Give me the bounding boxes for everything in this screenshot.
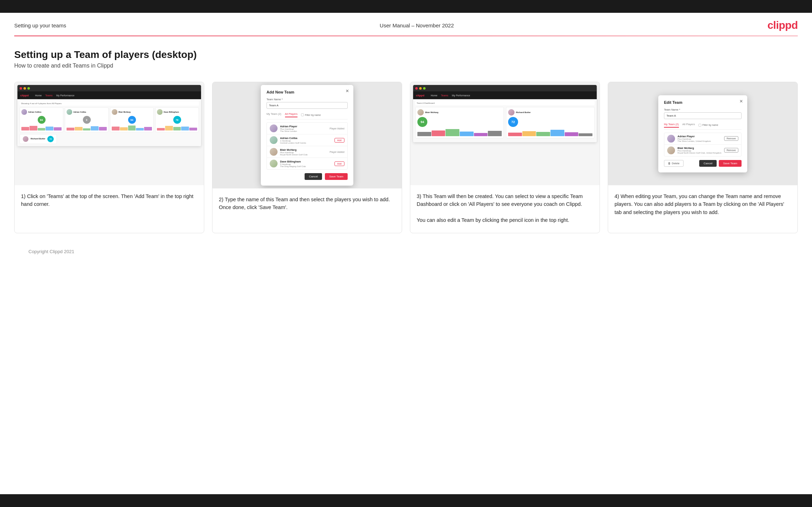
dialog-add-save-button[interactable]: Save Team: [325, 173, 348, 180]
mock-p4-hcp: 78: [173, 116, 181, 124]
dialog-add-tabs: My Team (2) All Players Filter by name: [267, 112, 348, 119]
mock-p3-hcp: 94: [128, 116, 136, 124]
mock-p4-name: Dave Billingham: [164, 111, 179, 113]
dialog-edit-footer: 🗑 Delete Cancel Save Team: [664, 160, 742, 167]
bottom-bar: [0, 494, 812, 507]
tab-all-players[interactable]: All Players: [285, 112, 297, 117]
dialog-edit-name-label: Team Name *: [664, 108, 742, 111]
dp2-name: Adrian Coliba: [280, 137, 332, 140]
dp2-add-button[interactable]: Add: [334, 138, 344, 143]
dp2-detail: 1 HandicapCentral London Golf Centre: [280, 140, 332, 144]
dialog-add-name-label: Team Name *: [267, 98, 348, 101]
dialog-add-close[interactable]: ✕: [346, 89, 349, 94]
mock-chart-2: [508, 128, 592, 136]
card-1: clippd Home Teams My Performance Showing…: [14, 82, 204, 233]
mock-dialog-edit: Edit Team ✕ Team Name * Team A My Team (…: [658, 95, 747, 172]
browser-bar-3: [413, 85, 597, 91]
dialog-edit-name-input[interactable]: Team A: [664, 112, 742, 119]
mock-nav-perf-3[interactable]: My Performance: [452, 94, 470, 97]
dp4-detail: 5 HandicapThe Ding Maging Golf Club: [280, 163, 332, 167]
ep2-detail: Plus HandicapRoyal North Devon Golf Club…: [677, 150, 722, 154]
cards-row: clippd Home Teams My Performance Showing…: [14, 82, 798, 233]
mock-browser-1: clippd Home Teams My Performance Showing…: [17, 85, 201, 146]
dialog-add-footer: Cancel Save Team: [267, 173, 348, 180]
card-1-text: 1) Click on 'Teams' at the top of the sc…: [15, 185, 204, 233]
copyright-text: Copyright Clippd 2021: [28, 249, 74, 254]
dialog-edit-close[interactable]: ✕: [739, 99, 743, 104]
mock-player-card-3: Blair McHarg 94: [110, 107, 154, 132]
trash-icon: 🗑: [668, 162, 671, 165]
dp3-status: Player Added: [329, 151, 344, 153]
mock-p1-hcp: 84: [38, 116, 46, 124]
dialog-edit-title: Edit Team: [664, 100, 742, 105]
dot-yellow-1: [23, 87, 26, 90]
card-4-screenshot: Edit Team ✕ Team Name * Team A My Team (…: [608, 82, 797, 185]
dp4-add-button[interactable]: Add: [334, 161, 344, 166]
card-2-screenshot: Add New Team ✕ Team Name * Team A My Tea…: [212, 82, 402, 188]
dialog-add-title: Add New Team: [267, 90, 348, 94]
mock-nav-teams-3[interactable]: Teams: [441, 94, 448, 97]
ep2-remove-button[interactable]: Remove: [724, 148, 738, 153]
dialog-add-name-input[interactable]: Team A: [267, 102, 348, 109]
card-3: clippd Home Teams My Performance Team A …: [410, 82, 600, 233]
mock-nav-home-1[interactable]: Home: [35, 94, 42, 97]
card-2-text: 2) Type the name of this Team and then s…: [212, 188, 402, 233]
dot-red-1: [20, 87, 22, 90]
dialog-player-row-2: Adrian Coliba 1 HandicapCentral London G…: [267, 134, 347, 146]
mock-score-1: 94: [417, 117, 427, 127]
tab-filter[interactable]: Filter by name: [301, 112, 321, 117]
dialog-edit-delete-button[interactable]: 🗑 Delete: [664, 160, 684, 167]
dialog-add-player-list: Adrian Player Plus HandicapThe Shire Lon…: [267, 122, 348, 170]
clippd-logo: clippd: [768, 19, 798, 31]
top-bar: [0, 0, 812, 13]
dialog-edit-save-button[interactable]: Save Team: [719, 160, 742, 167]
card-3-text-part1: 3) This Team will then be created. You c…: [417, 193, 583, 207]
mock-logo-3: clippd: [416, 94, 425, 97]
mock-team-header: Blair McHarg 94: [415, 107, 595, 138]
browser-bar-1: [17, 85, 201, 91]
mock-p2-name: Adrian Coliba: [73, 111, 86, 113]
header: Setting up your teams User Manual – Nove…: [0, 13, 812, 36]
dialog-edit-player-row-2: Blair McHarg Plus HandicapRoyal North De…: [664, 145, 741, 156]
card-4: Edit Team ✕ Team Name * Team A My Team (…: [608, 82, 798, 233]
page-title: Setting up a Team of players (desktop): [14, 49, 798, 60]
mock-player-card-4: Dave Billingham 78: [155, 107, 199, 132]
mock-browser-3: clippd Home Teams My Performance Team A …: [413, 85, 597, 142]
mock-p3-name: Blair McHarg: [118, 111, 131, 113]
dialog-add-cancel-button[interactable]: Cancel: [305, 173, 322, 180]
mock-team-dash: Team A Dashboard Blair McHarg 94: [413, 99, 597, 142]
dialog-edit-cancel-button[interactable]: Cancel: [699, 160, 717, 167]
mock-dashboard-1: Showing 4 out of 4 players from All Play…: [17, 99, 201, 146]
card-3-text-part2: You can also edit a Team by clicking the…: [417, 217, 569, 223]
mock-team-p2: Richard Butler 72: [506, 107, 595, 138]
mock-players-grid-1: Adrian Collins 84: [20, 107, 199, 132]
mock-chart-1: [417, 128, 502, 136]
mock-team-p1: Blair McHarg 94: [415, 107, 504, 138]
dp1-name: Adrian Player: [280, 125, 327, 128]
mock-nav-teams-1[interactable]: Teams: [45, 94, 53, 97]
dot-green-1: [27, 87, 30, 90]
tab-my-team[interactable]: My Team (2): [267, 112, 281, 117]
tab-edit-all-players[interactable]: All Players: [682, 123, 695, 128]
main-content: Setting up a Team of players (desktop) H…: [0, 36, 812, 273]
ep1-remove-button[interactable]: Remove: [724, 136, 738, 141]
dialog-player-row-1: Adrian Player Plus HandicapThe Shire Lon…: [267, 123, 347, 134]
header-left-text: Setting up your teams: [14, 22, 66, 28]
mock-nav-perf-1[interactable]: My Performance: [56, 94, 74, 97]
footer: Copyright Clippd 2021: [14, 245, 798, 264]
mock-dialog-add: Add New Team ✕ Team Name * Team A My Tea…: [261, 85, 353, 186]
tab-edit-my-team[interactable]: My Team (2): [664, 123, 679, 128]
mock-nav-home-3[interactable]: Home: [431, 94, 438, 97]
mock-p2-hcp: 0: [83, 116, 91, 124]
tab-edit-filter[interactable]: Filter by name: [698, 123, 718, 128]
ep1-detail: Plus HandicapThe Shire London, United Ki…: [677, 138, 722, 142]
card-1-screenshot: clippd Home Teams My Performance Showing…: [15, 82, 204, 185]
dialog-edit-tabs: My Team (2) All Players Filter by name: [664, 123, 742, 130]
dp1-detail: Plus HandicapThe Shire London: [280, 128, 327, 132]
mock-filter-1: Showing 4 out of 4 players from All Play…: [20, 101, 199, 106]
dot-red-3: [415, 87, 418, 90]
card-4-text: 4) When editing your Team, you can chang…: [608, 185, 797, 233]
dp4-name: Dave Billingham: [280, 160, 332, 163]
dialog-player-row-4: Dave Billingham 5 HandicapThe Ding Magin…: [267, 158, 347, 169]
dp3-name: Blair McHarg: [280, 148, 327, 151]
